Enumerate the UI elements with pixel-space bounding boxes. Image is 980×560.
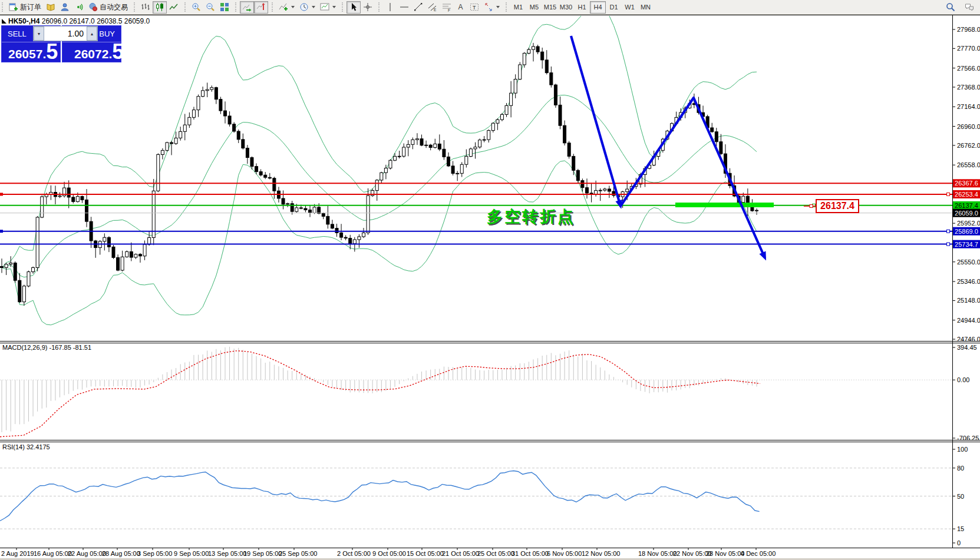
autoscroll-button[interactable] (240, 1, 254, 14)
svg-text:27368.0: 27368.0 (957, 84, 980, 91)
svg-text:-706.25: -706.25 (957, 435, 979, 442)
channel-button[interactable]: E (425, 1, 440, 14)
sell-price: 26057 . 5 (2, 42, 60, 61)
time-axis-label: 25 Oct 05:00 (477, 550, 514, 557)
svg-text:27770.0: 27770.0 (957, 45, 980, 52)
time-axis-label: 28 Nov 05:00 (706, 550, 744, 557)
price-callout-label[interactable]: 26137.4 (816, 199, 859, 213)
time-axis-label: 15 Oct 05:00 (407, 550, 444, 557)
volume-input[interactable] (44, 26, 87, 41)
history-center-button[interactable] (44, 1, 58, 14)
time-axis-label: 9 Oct 05:00 (372, 550, 406, 557)
line-handle[interactable] (947, 230, 950, 233)
vertical-line-button[interactable] (383, 1, 397, 14)
macd-histogram (0, 347, 952, 437)
zoom-out-button[interactable] (203, 1, 217, 14)
one-click-trading-panel: SELL 26057 . 5 BUY 26072 . 5 ▾ ▴ (1, 25, 122, 62)
horizontal-level-lines[interactable] (0, 183, 952, 246)
svg-text:25952.0: 25952.0 (957, 220, 980, 227)
channel-icon: E (428, 2, 437, 12)
templates-button[interactable] (318, 1, 338, 14)
book-icon (46, 2, 55, 12)
timeframe-button-w1[interactable]: W1 (622, 1, 638, 14)
line-handle[interactable] (0, 193, 3, 195)
volume-decrease-button[interactable]: ▾ (34, 26, 44, 41)
chart-shift-button[interactable] (254, 1, 268, 14)
svg-text:0.00: 0.00 (957, 376, 969, 383)
chevron-down-icon (332, 6, 336, 8)
chart-text-annotation[interactable]: 多空转折点 (487, 206, 575, 227)
line-chart-button[interactable] (167, 1, 181, 14)
time-axis-label: 13 Sep 05:00 (208, 550, 246, 557)
periods-button[interactable] (297, 1, 318, 14)
toolbar-group-scroll (233, 0, 270, 15)
toolbar-group-zoom (183, 0, 233, 15)
candlestick-chart-button[interactable] (153, 1, 167, 14)
text-tool-button[interactable]: A (454, 1, 467, 14)
timeframe-button-h1[interactable]: H1 (574, 1, 590, 14)
svg-text:25869.0: 25869.0 (955, 228, 978, 235)
fibonacci-button[interactable]: F (440, 1, 454, 14)
timeframe-button-m1[interactable]: M1 (510, 1, 526, 14)
timeframe-button-d1[interactable]: D1 (606, 1, 622, 14)
highlighted-line-segment[interactable] (675, 203, 774, 207)
autotrading-button[interactable]: 自动交易 (86, 1, 130, 14)
chart-shift-icon (256, 2, 266, 12)
timeframe-button-m5[interactable]: M5 (526, 1, 542, 14)
chart-canvas[interactable]: 27968.027770.027566.027368.027164.026960… (0, 0, 980, 560)
bar-chart-icon (141, 2, 150, 12)
svg-text:25734.7: 25734.7 (955, 241, 978, 248)
volume-increase-button[interactable]: ▴ (87, 26, 97, 41)
svg-text:24944.0: 24944.0 (957, 317, 980, 324)
horizontal-line-button[interactable] (397, 1, 411, 14)
svg-text:0: 0 (957, 539, 961, 546)
trendline-button[interactable] (411, 1, 425, 14)
fibonacci-icon: F (442, 2, 451, 12)
zoom-in-button[interactable] (189, 1, 203, 14)
svg-text:26253.4: 26253.4 (955, 191, 978, 198)
timeframe-button-mn[interactable]: MN (638, 1, 654, 14)
ohlc-values: 26096.0 26147.0 26038.5 26059.0 (42, 17, 150, 25)
timeframe-button-m30[interactable]: M30 (558, 1, 574, 14)
community-button[interactable] (58, 1, 72, 14)
svg-text:25550.0: 25550.0 (957, 259, 980, 266)
svg-text:25346.0: 25346.0 (957, 278, 980, 285)
arrows-button[interactable] (481, 1, 502, 14)
trendline-icon (414, 2, 423, 12)
vertical-line-icon (385, 2, 395, 12)
line-handle[interactable] (947, 243, 950, 246)
indicators-button[interactable] (276, 1, 297, 14)
macd-signal-line (0, 351, 760, 437)
buy-price: 26072 . 5 (62, 42, 121, 61)
new-order-icon (9, 2, 18, 12)
price-axis[interactable]: 27968.027770.027566.027368.027164.026960… (952, 26, 980, 546)
svg-text:F: F (448, 8, 450, 12)
new-order-button[interactable]: 新订单 (6, 1, 44, 14)
timeframe-button-h4[interactable]: H4 (590, 1, 606, 14)
cursor-button[interactable] (347, 1, 361, 14)
symbol-name: HK50-,H4 (8, 17, 39, 25)
alerts-button[interactable] (72, 1, 86, 14)
autoscroll-icon (242, 2, 252, 12)
symbol-search-button[interactable] (943, 1, 958, 13)
line-handle[interactable] (0, 230, 3, 233)
line-handle[interactable] (947, 193, 950, 195)
crosshair-button[interactable] (361, 1, 375, 14)
tile-windows-button[interactable] (217, 1, 232, 14)
svg-text:26367.6: 26367.6 (955, 180, 978, 187)
toolbar-group-indicators (270, 0, 340, 15)
time-axis-label: 19 Sep 05:00 (243, 550, 282, 557)
time-axis[interactable]: 2 Aug 201916 Aug 05:0022 Aug 05:0028 Aug… (0, 548, 980, 558)
timeframe-button-m15[interactable]: M15 (542, 1, 558, 14)
chart-title: HK50-,H4 26096.0 26147.0 26038.5 26059.0 (8, 17, 150, 25)
rsi-indicator-label: RSI(14) 32.4175 (2, 443, 50, 450)
pane-borders (0, 15, 980, 548)
time-axis-label: 16 Aug 05:00 (34, 550, 72, 557)
toolbar-group-timeframes: M1M5M15M30H1H4D1W1MN (504, 0, 655, 15)
text-label-button[interactable]: T (467, 1, 481, 14)
toolbar: 新订单 自动交易 (0, 0, 980, 15)
chat-button[interactable] (962, 1, 976, 13)
time-axis-label: 18 Nov 05:00 (638, 550, 677, 557)
bar-chart-button[interactable] (138, 1, 153, 14)
trend-zigzag-arrows[interactable] (571, 36, 770, 262)
